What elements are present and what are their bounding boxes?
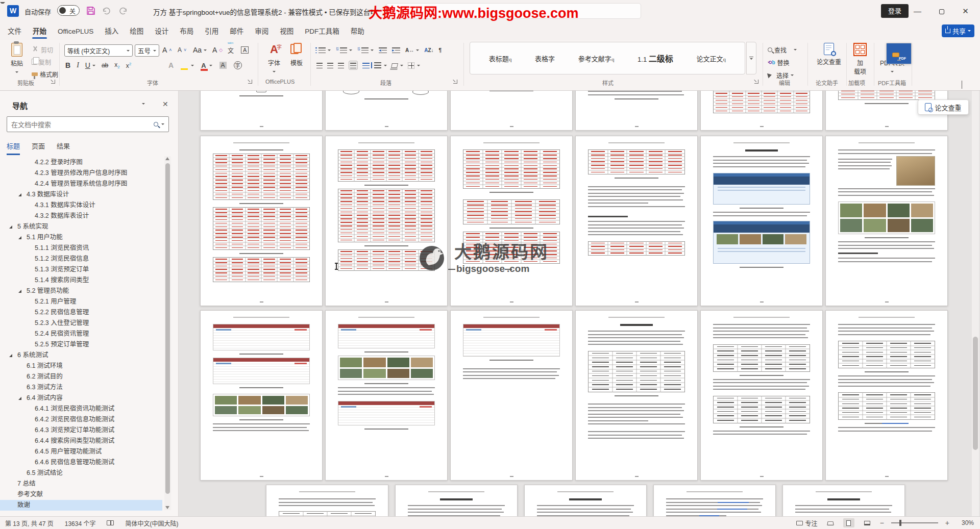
- scroll-up-icon[interactable]: [165, 157, 169, 160]
- pdf-convert-button[interactable]: PDF PDF转换: [877, 42, 908, 74]
- copy-button[interactable]: 复制: [32, 56, 51, 67]
- nav-item[interactable]: 6.4.6 民宿信息管理功能测试: [0, 457, 162, 468]
- restore-button[interactable]: [930, 0, 953, 22]
- expand-triangle-icon[interactable]: [9, 354, 12, 357]
- page-thumbnail[interactable]: [700, 91, 823, 131]
- page-thumbnail[interactable]: [325, 136, 448, 306]
- page-thumbnail[interactable]: [450, 91, 573, 131]
- shrink-font-button[interactable]: A˅: [178, 44, 186, 56]
- expand-triangle-icon[interactable]: [18, 236, 21, 239]
- text-effects-button[interactable]: A: [168, 61, 174, 69]
- align-center-button[interactable]: [327, 63, 333, 68]
- show-marks-button[interactable]: ¶: [439, 47, 442, 53]
- zoom-slider[interactable]: [891, 522, 938, 523]
- character-border-button[interactable]: A: [241, 44, 249, 56]
- tab-2[interactable]: OfficePLUS: [52, 24, 99, 39]
- nav-item[interactable]: 4.3.2 数据库表设计: [0, 211, 162, 221]
- web-layout-button[interactable]: [862, 518, 873, 527]
- read-mode-button[interactable]: [825, 518, 836, 527]
- paste-button[interactable]: 粘贴: [5, 42, 29, 74]
- phonetic-guide-button[interactable]: wén文: [228, 44, 234, 56]
- style-item-2[interactable]: 参考文献字q: [578, 54, 615, 63]
- page-thumbnail[interactable]: [524, 485, 647, 516]
- redo-icon[interactable]: [118, 6, 129, 16]
- tab-8[interactable]: 邮件: [224, 22, 249, 40]
- page-thumbnail[interactable]: [200, 136, 323, 306]
- line-spacing-button[interactable]: [374, 62, 381, 68]
- paragraph-dialog-launcher-icon[interactable]: [453, 80, 457, 84]
- page-thumbnail[interactable]: [825, 136, 948, 306]
- page-thumbnail[interactable]: [450, 310, 573, 481]
- nav-item[interactable]: 7 总结: [0, 478, 162, 489]
- nav-item[interactable]: 5.2.5 预定订单管理: [0, 339, 162, 350]
- scrollbar-thumb[interactable]: [973, 337, 978, 450]
- paper-check-button[interactable]: 论文查重: [815, 42, 843, 66]
- expand-triangle-icon[interactable]: [18, 397, 21, 400]
- superscript-button[interactable]: x2: [126, 62, 131, 69]
- distribute-button[interactable]: [362, 63, 370, 68]
- tab-6[interactable]: 布局: [174, 22, 199, 40]
- nav-item[interactable]: 致谢: [0, 500, 162, 511]
- nav-item[interactable]: 5.1 用户功能: [0, 232, 162, 243]
- nav-item[interactable]: 6 系统测试: [0, 350, 162, 361]
- strikethrough-button[interactable]: ab: [102, 62, 108, 69]
- format-painter-button[interactable]: 格式刷: [32, 68, 58, 80]
- nav-item[interactable]: 6.5 测试结论: [0, 468, 162, 478]
- proofing-icon[interactable]: [107, 520, 114, 525]
- underline-button[interactable]: U: [85, 61, 90, 69]
- style-item-4[interactable]: 论文正文q: [697, 54, 726, 63]
- cut-button[interactable]: 剪切: [32, 44, 53, 55]
- nav-item[interactable]: 4.3 数据库设计: [0, 189, 162, 200]
- expand-triangle-icon[interactable]: [18, 193, 21, 196]
- tab-11[interactable]: PDF工具箱: [299, 22, 345, 40]
- document-area[interactable]: 大鹅源码网 bigsgoose.com: [179, 91, 980, 516]
- nav-item[interactable]: 5.2.3 入住登记管理: [0, 318, 162, 329]
- undo-icon[interactable]: [101, 6, 111, 16]
- italic-button[interactable]: I: [77, 61, 79, 69]
- grow-font-button[interactable]: A˄: [162, 44, 172, 56]
- chevron-down-icon[interactable]: [92, 65, 95, 66]
- nav-item[interactable]: 5.2.4 民宿资讯管理: [0, 329, 162, 339]
- quick-access-more-icon[interactable]: [0, 2, 5, 6]
- tab-1[interactable]: 开始: [27, 22, 52, 40]
- language-indicator[interactable]: 简体中文(中国大陆): [125, 519, 178, 527]
- zoom-out-button[interactable]: −: [880, 519, 884, 527]
- font-color-button[interactable]: A: [201, 63, 206, 68]
- style-item-3[interactable]: 1.1 二级标: [638, 52, 673, 64]
- tab-7[interactable]: 引用: [199, 22, 224, 40]
- font-name-select[interactable]: 等线 (中文正文): [64, 44, 133, 57]
- decrease-indent-button[interactable]: [379, 47, 387, 53]
- justify-button[interactable]: [349, 61, 358, 70]
- style-item-0[interactable]: 表标题q: [489, 54, 512, 63]
- officeplus-font-button[interactable]: A 字 字体: [262, 42, 286, 74]
- nav-tab-1[interactable]: 页面: [32, 141, 45, 154]
- align-right-button[interactable]: [338, 63, 344, 68]
- nav-item[interactable]: 5.2 管理员功能: [0, 286, 162, 296]
- bullets-button[interactable]: [318, 47, 326, 53]
- page-thumbnail[interactable]: [575, 136, 698, 306]
- scroll-down-icon[interactable]: [165, 506, 169, 509]
- page-thumbnail[interactable]: [700, 136, 823, 306]
- subscript-button[interactable]: x2: [114, 61, 119, 69]
- sort-button[interactable]: AZ↓: [424, 47, 433, 53]
- styles-more-button[interactable]: [746, 42, 756, 74]
- nav-item[interactable]: 5.1.3 浏览预定订单: [0, 264, 162, 275]
- tab-5[interactable]: 设计: [149, 22, 174, 40]
- borders-button[interactable]: [408, 62, 414, 69]
- officeplus-template-button[interactable]: 模板: [285, 42, 308, 67]
- zoom-in-button[interactable]: +: [945, 519, 949, 527]
- nav-item[interactable]: 6.4 测试内容: [0, 393, 162, 404]
- tab-4[interactable]: 绘图: [124, 22, 149, 40]
- align-left-button[interactable]: [316, 63, 323, 68]
- nav-item[interactable]: 4.2.4 管理员管理系统信息时序图: [0, 179, 162, 189]
- tab-0[interactable]: 文件: [2, 22, 27, 40]
- font-dialog-launcher-icon[interactable]: [248, 80, 252, 84]
- nav-item[interactable]: 5.1.2 浏览民宿信息: [0, 254, 162, 264]
- nav-item[interactable]: 6.1 测试环境: [0, 361, 162, 371]
- clipboard-dialog-launcher-icon[interactable]: [51, 80, 55, 84]
- nav-item[interactable]: 6.3 测试方法: [0, 382, 162, 393]
- multilevel-list-button[interactable]: [361, 47, 369, 53]
- tab-9[interactable]: 审阅: [249, 22, 274, 40]
- addins-button[interactable]: 加 载项: [848, 42, 872, 75]
- nav-item[interactable]: 5.1.4 搜索房间类型: [0, 275, 162, 286]
